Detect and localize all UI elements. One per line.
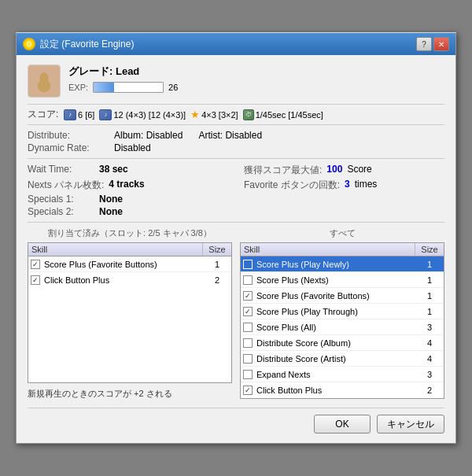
left-table-header: Skill Size [28, 243, 231, 256]
favorite-label: Favorite ボタンの回数: [244, 179, 340, 192]
rrow-checkbox-4[interactable] [241, 307, 255, 316]
rrow-name-3: Score Plus (Favorite Buttons) [255, 290, 415, 302]
rcheckbox-8[interactable] [243, 370, 253, 379]
music-icon-2 [99, 109, 112, 120]
music-icon-1 [64, 109, 76, 120]
distribute-row-1: Distribute: Album: Disabled Artist: Disa… [28, 130, 444, 141]
specials2-value: None [99, 206, 123, 217]
right-col-skill: Skill [241, 243, 415, 256]
score-label: スコア: [28, 108, 59, 121]
wait-time-cell: Wait Time: 38 sec [28, 164, 228, 177]
rrow-checkbox-2[interactable] [241, 275, 255, 285]
rrow-name-5: Score Plus (All) [255, 321, 415, 334]
table-row[interactable]: Distribute Score (Artist) 4 [241, 351, 444, 367]
score-value-4: 1/45sec [1/45sec] [256, 110, 323, 120]
rrow-size-8: 3 [415, 370, 444, 379]
exp-bar-container [93, 82, 164, 93]
table-row[interactable]: Click Button Plus 2 [28, 272, 231, 288]
table-row[interactable]: Score Plus (Favorite Buttons) 1 [241, 288, 444, 304]
checkbox-2[interactable] [31, 275, 40, 285]
row-checkbox-1[interactable] [28, 260, 42, 269]
rrow-name-9: Click Button Plus [255, 384, 415, 397]
table-row[interactable]: Score Plus (Favorite Buttons) 1 [28, 256, 231, 272]
rcheckbox-3[interactable] [243, 291, 253, 301]
avatar-image [28, 65, 60, 97]
rrow-checkbox-5[interactable] [241, 323, 255, 332]
rrow-checkbox-3[interactable] [241, 291, 255, 301]
score-item-2: 12 (4×3) [12 (4×3)] [99, 109, 186, 120]
window-title: 設定 (Favorite Engine) [40, 38, 134, 51]
score-item-1: 6 [6] [64, 109, 94, 120]
rcheckbox-1[interactable] [243, 260, 253, 269]
close-button[interactable]: ✕ [433, 37, 449, 51]
favorite-value: 3 [345, 179, 350, 192]
left-table-body: Score Plus (Favorite Buttons) 1 Click Bu… [28, 256, 231, 382]
row-size-2: 2 [203, 275, 231, 285]
exp-value: 26 [168, 83, 178, 92]
rcheckbox-2[interactable] [243, 275, 253, 285]
rcheckbox-5[interactable] [243, 323, 253, 332]
table-row[interactable]: Score Plus (Play Through) 1 [241, 304, 444, 319]
table-row[interactable]: Score Plus (Play Newly) 1 [241, 256, 444, 272]
specials1-value: None [99, 194, 123, 205]
table-row[interactable]: Expand Nexts 3 [241, 367, 444, 382]
table-row[interactable]: Score Plus (Nexts) 1 [241, 272, 444, 288]
rrow-name-4: Score Plus (Play Through) [255, 305, 415, 318]
table-row[interactable]: Score Plus (All) 3 [241, 319, 444, 335]
table-row[interactable]: Click Button Plus 2 [241, 382, 444, 398]
grade-text-label: グレード: [68, 65, 112, 77]
max-score-cell: 獲得スコア最大値: 100 Score [244, 164, 444, 177]
rrow-size-7: 4 [415, 354, 444, 363]
rcheckbox-4[interactable] [243, 307, 253, 316]
content-area: グレード: Lead EXP: 26 スコア: 6 [6] [17, 55, 455, 443]
bottom-buttons: OK キャンセル [28, 408, 444, 434]
score-item-4: ⏱ 1/45sec [1/45sec] [243, 109, 323, 120]
rcheckbox-9[interactable] [243, 386, 253, 395]
grade-label: グレード: Lead [68, 65, 444, 79]
settings-window: ⚙ 設定 (Favorite Engine) ? ✕ グレード: Lead EX… [16, 32, 456, 444]
right-table: Skill Size Score Plus (Play Newly) 1 [240, 242, 444, 399]
distribute-label: Distribute: [28, 130, 98, 141]
exp-row: EXP: 26 [68, 82, 444, 93]
rcheckbox-6[interactable] [243, 338, 253, 348]
distribute-row-2: Dynamic Rate: Disabled [28, 142, 444, 153]
rrow-name-6: Distribute Score (Album) [255, 337, 415, 349]
rrow-name-7: Distribute Score (Artist) [255, 352, 415, 365]
title-bar-left: ⚙ 設定 (Favorite Engine) [23, 38, 134, 51]
rrow-checkbox-6[interactable] [241, 338, 255, 348]
checkbox-1[interactable] [31, 260, 40, 269]
row-checkbox-2[interactable] [28, 275, 42, 285]
avatar [28, 65, 61, 98]
distribute-album: Album: Disabled [114, 130, 183, 141]
specials1-cell: Specials 1: None [28, 194, 444, 205]
rrow-checkbox-1[interactable] [241, 260, 255, 269]
note-text: 新規再生のときのスコアが +2 される [28, 388, 232, 400]
max-score-unit: Score [347, 164, 371, 177]
max-score-label: 獲得スコア最大値: [244, 164, 322, 177]
left-panel-header: 割り当て済み（スロット: 2/5 キャパ 3/8） [28, 227, 232, 239]
distribute-artist: Artist: Disabled [198, 130, 262, 141]
specials2-label: Specials 2: [28, 206, 94, 217]
rrow-checkbox-9[interactable] [241, 386, 255, 395]
help-button[interactable]: ? [416, 37, 432, 51]
dynamic-rate-label: Dynamic Rate: [28, 142, 98, 153]
ok-button[interactable]: OK [314, 415, 371, 434]
right-table-header: Skill Size [241, 243, 444, 256]
rcheckbox-7[interactable] [243, 354, 253, 363]
table-row[interactable]: Distribute Score (Album) 4 [241, 335, 444, 351]
specials2-cell: Specials 2: None [28, 206, 444, 217]
score-value-1: 6 [6] [78, 110, 94, 120]
exp-label: EXP: [68, 83, 88, 92]
rrow-size-3: 1 [415, 291, 444, 301]
right-col-size: Size [415, 243, 444, 256]
rrow-size-4: 1 [415, 307, 444, 316]
rrow-checkbox-8[interactable] [241, 370, 255, 379]
clock-icon: ⏱ [243, 109, 254, 120]
left-panel: 割り当て済み（スロット: 2/5 キャパ 3/8） Skill Size Sco… [28, 227, 232, 400]
window-icon: ⚙ [23, 38, 35, 50]
specials-row-2: Specials 2: None [28, 206, 444, 217]
cancel-button[interactable]: キャンセル [377, 415, 444, 434]
rrow-checkbox-7[interactable] [241, 354, 255, 363]
info-section: Wait Time: 38 sec 獲得スコア最大値: 100 Score Ne… [28, 164, 444, 217]
rrow-name-8: Expand Nexts [255, 368, 415, 381]
